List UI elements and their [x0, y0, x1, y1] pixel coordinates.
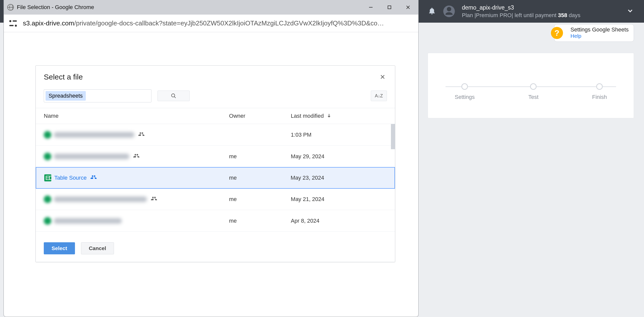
- table-row[interactable]: meApr 8, 2024: [36, 210, 395, 232]
- window-close-button[interactable]: [400, 2, 416, 13]
- help-link[interactable]: Help: [571, 33, 629, 39]
- file-name: [54, 195, 229, 203]
- file-name: Table Source: [54, 174, 229, 182]
- window-title: File Selection - Google Chrome: [17, 4, 360, 11]
- wizard-step-finish[interactable]: Finish: [592, 83, 607, 100]
- shared-icon: [91, 174, 97, 182]
- address-bar: s3.apix-drive.com/private/google-docs-ca…: [4, 15, 418, 32]
- file-owner: me: [229, 175, 291, 181]
- file-modified: May 29, 2024: [291, 153, 387, 160]
- window-minimize-button[interactable]: [363, 2, 379, 13]
- globe-icon: [7, 4, 14, 11]
- wizard-card: Settings Test Finish: [428, 53, 634, 118]
- sheets-icon: [44, 153, 54, 160]
- wizard-step-settings[interactable]: Settings: [455, 83, 475, 100]
- file-owner: me: [229, 196, 291, 203]
- wizard-dot: [596, 83, 603, 90]
- shared-icon: [138, 131, 144, 139]
- table-header: Name Owner Last modified: [36, 108, 395, 124]
- avatar[interactable]: [443, 6, 455, 17]
- sort-arrow-icon: [327, 113, 331, 119]
- file-name: [54, 131, 229, 139]
- file-owner: me: [229, 218, 291, 224]
- sort-button[interactable]: A↓Z: [371, 91, 387, 101]
- file-rows: 1:03 PMmeMay 29, 2024Table SourcemeMay 2…: [36, 124, 395, 232]
- picker-title: Select a file: [44, 73, 83, 81]
- svg-rect-1: [388, 6, 391, 9]
- cancel-button[interactable]: Cancel: [81, 242, 114, 254]
- notifications-icon[interactable]: [428, 7, 436, 16]
- table-row[interactable]: Table SourcemeMay 23, 2024: [36, 167, 395, 189]
- sheets-icon: [44, 174, 54, 181]
- file-picker-dialog: Select a file ✕ Spreadsheets A↓Z Name Ow…: [35, 65, 395, 262]
- select-button[interactable]: Select: [44, 242, 75, 254]
- wizard-step-test[interactable]: Test: [528, 83, 538, 100]
- close-icon[interactable]: ✕: [378, 73, 387, 81]
- sheets-icon: [44, 195, 54, 203]
- search-button[interactable]: [157, 91, 190, 101]
- settings-title: Settings Google Sheets: [571, 26, 629, 33]
- wizard-dot: [530, 83, 537, 90]
- file-modified: 1:03 PM: [291, 132, 387, 138]
- col-modified[interactable]: Last modified: [291, 113, 387, 119]
- file-name: [54, 218, 229, 224]
- table-row[interactable]: meMay 29, 2024: [36, 146, 395, 167]
- file-modified: May 21, 2024: [291, 196, 387, 203]
- help-badge-icon[interactable]: ?: [551, 27, 563, 39]
- settings-bubble: ? Settings Google Sheets Help: [554, 24, 634, 42]
- sheets-icon: [44, 217, 54, 225]
- col-owner[interactable]: Owner: [229, 113, 291, 119]
- table-row[interactable]: 1:03 PM: [36, 124, 395, 146]
- url-text[interactable]: s3.apix-drive.com/private/google-docs-ca…: [23, 19, 384, 27]
- scrollbar-thumb[interactable]: [391, 124, 395, 149]
- window-titlebar: File Selection - Google Chrome: [4, 0, 418, 15]
- sheets-icon: [44, 131, 54, 139]
- window-maximize-button[interactable]: [382, 2, 397, 13]
- file-type-filter[interactable]: Spreadsheets: [44, 89, 151, 102]
- account-name: demo_apix-drive_s3: [462, 4, 580, 12]
- table-row[interactable]: meMay 21, 2024: [36, 188, 395, 210]
- file-owner: me: [229, 153, 291, 160]
- account-block[interactable]: demo_apix-drive_s3 Plan |Premium PRO| le…: [462, 4, 580, 19]
- file-modified: Apr 8, 2024: [291, 218, 387, 224]
- shared-icon: [151, 195, 157, 203]
- chevron-down-icon[interactable]: [626, 7, 634, 16]
- site-info-icon[interactable]: [9, 20, 17, 27]
- account-plan: Plan |Premium PRO| left until payment 35…: [462, 12, 580, 19]
- chrome-popup-window: File Selection - Google Chrome s3.apix-d…: [4, 0, 419, 317]
- file-modified: May 23, 2024: [291, 175, 386, 181]
- col-name[interactable]: Name: [44, 113, 229, 119]
- wizard-dot: [461, 83, 468, 90]
- shared-icon: [133, 153, 139, 160]
- file-name: [54, 153, 229, 160]
